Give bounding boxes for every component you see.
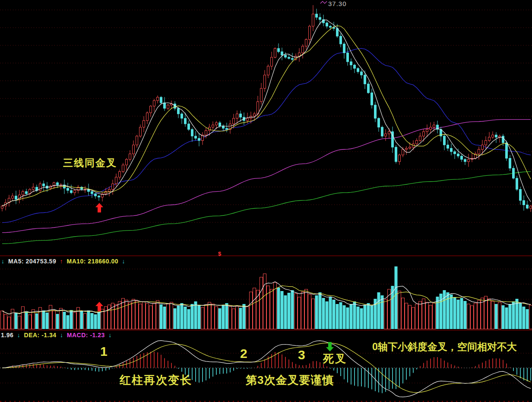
annotation-golden-cross-2: 2 [240,347,247,360]
volume-indicator-header: ↓ MA5: 204753.59 ↑ MA10: 218660.00 ↓ [1,258,127,264]
down-arrow-icon: ↓ [60,332,63,339]
macd-indicator-header: 1.96 ↓ DEA: -1.34 ↓ MACD: -1.23 ↓ [1,332,114,338]
annotation-golden-cross-1: 1 [100,345,108,358]
peak-price-label: 37.30 [328,0,347,7]
annotation-golden-cross-3: 3 [298,348,305,361]
annotation-three-line-golden-cross: 三线同金叉 [63,158,117,168]
annotation-death-cross: 死叉 [323,353,347,364]
volume-ma10-value: MA10: 218660.00 [66,258,118,265]
annotation-red-bars-lengthen: 红柱再次变长 [120,374,192,386]
macd-dea-value: DEA: -1.34 [24,332,57,339]
up-arrow-icon: ↑ [60,258,63,265]
annotation-zero-axis-note: 0轴下小斜度金叉，空间相对不大 [372,342,517,352]
down-arrow-icon: ↓ [108,332,112,339]
down-arrow-icon: ↓ [17,332,21,339]
volume-ma5-value: MA5: 204753.59 [8,258,56,265]
down-arrow-icon: ↓ [1,258,5,265]
event-marker-dollar: $ [218,251,221,256]
macd-macd-value: MACD: -1.23 [67,332,105,339]
buy-signal-arrow-price [95,203,103,212]
annotation-third-cross-caution: 第3次金叉要谨慎 [246,374,334,386]
stock-chart-app: 37.30 三线同金叉 $ ↓ MA5: 204753.59 ↑ MA10: 2… [0,0,532,402]
down-arrow-icon: ↓ [122,258,125,265]
macd-dif-value: 1.96 [1,332,13,339]
